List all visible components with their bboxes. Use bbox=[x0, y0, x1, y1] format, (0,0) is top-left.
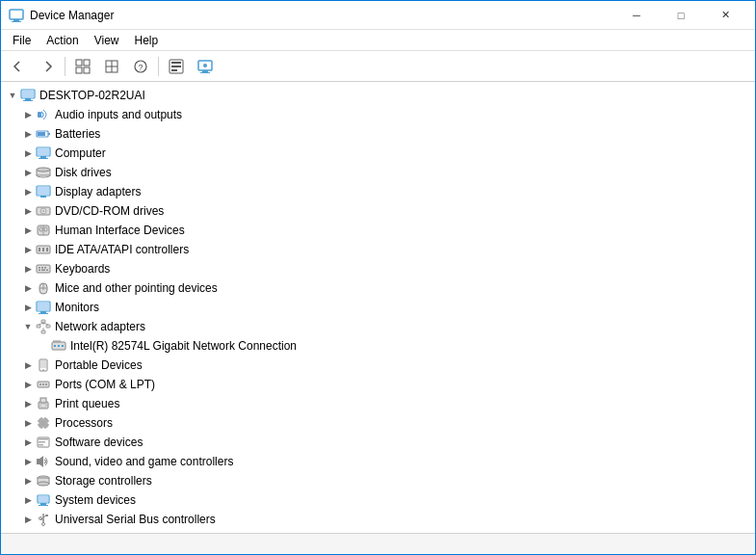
keyboard-expander[interactable]: ▶ bbox=[20, 261, 36, 277]
tree-item-batteries[interactable]: ▶ Batteries bbox=[1, 124, 755, 144]
menu-view[interactable]: View bbox=[87, 32, 127, 49]
svg-line-68 bbox=[39, 323, 43, 325]
svg-rect-115 bbox=[45, 515, 48, 516]
tree-root[interactable]: ▼ DESKTOP-02R2UAI bbox=[1, 86, 755, 105]
device-tree[interactable]: ▼ DESKTOP-02R2UAI ▶ Audio bbox=[1, 82, 755, 533]
desktop-icon bbox=[20, 88, 36, 103]
system-expander[interactable]: ▶ bbox=[20, 492, 36, 508]
dvd-expander[interactable]: ▶ bbox=[20, 203, 36, 219]
tree-item-system[interactable]: ▶ System devices bbox=[1, 490, 755, 510]
ide-expander[interactable]: ▶ bbox=[20, 242, 36, 257]
minimize-button[interactable]: ─ bbox=[614, 1, 659, 30]
network-expander[interactable]: ▼ bbox=[20, 319, 36, 334]
tree-item-hid[interactable]: ▶ Human Interface Devices bbox=[1, 221, 755, 240]
toolbar: ? bbox=[1, 51, 755, 82]
svg-point-117 bbox=[42, 523, 45, 526]
tree-item-keyboard[interactable]: ▶ Keyboards bbox=[1, 259, 755, 278]
svg-point-34 bbox=[37, 168, 50, 172]
close-button[interactable]: ✕ bbox=[703, 1, 747, 30]
menu-bar: File Action View Help bbox=[1, 30, 755, 51]
tree-item-portable[interactable]: ▶ Portable Devices bbox=[1, 356, 755, 375]
root-expander[interactable]: ▼ bbox=[5, 88, 20, 103]
portable-icon bbox=[36, 357, 51, 373]
window-title: Device Manager bbox=[30, 9, 614, 22]
tree-item-usb[interactable]: ▶ Universal Serial Bus controllers bbox=[1, 510, 755, 529]
svg-point-83 bbox=[39, 383, 41, 385]
ports-expander[interactable]: ▶ bbox=[20, 377, 36, 392]
title-bar: Device Manager ─ □ ✕ bbox=[1, 1, 755, 30]
tree-item-software[interactable]: ▶ Software devices bbox=[1, 433, 755, 452]
svg-rect-29 bbox=[40, 156, 46, 158]
disk-expander[interactable]: ▶ bbox=[20, 165, 36, 180]
svg-rect-47 bbox=[42, 248, 44, 251]
tree-item-computer[interactable]: ▶ Computer bbox=[1, 144, 755, 163]
svg-line-69 bbox=[43, 323, 48, 325]
display-icon bbox=[36, 184, 51, 199]
network-label: Network adapters bbox=[55, 320, 145, 333]
svg-rect-54 bbox=[41, 270, 45, 272]
svg-rect-50 bbox=[39, 267, 40, 269]
svg-point-84 bbox=[42, 383, 44, 385]
audio-expander[interactable]: ▶ bbox=[20, 107, 36, 122]
storage-expander[interactable]: ▶ bbox=[20, 473, 36, 489]
forward-button[interactable] bbox=[34, 54, 61, 79]
tree-item-monitors[interactable]: ▶ Monitors bbox=[1, 298, 755, 317]
tree-item-print[interactable]: ▶ Print queues bbox=[1, 394, 755, 413]
tree-item-intel-nic[interactable]: ▶ Intel(R) 82574L Gigabit Network Connec… bbox=[1, 336, 755, 356]
svg-rect-4 bbox=[84, 60, 90, 66]
ports-icon bbox=[36, 377, 51, 392]
print-label: Print queues bbox=[55, 397, 119, 410]
expand-all-button[interactable] bbox=[69, 54, 96, 79]
audio-icon bbox=[36, 107, 51, 122]
maximize-button[interactable]: □ bbox=[659, 1, 703, 30]
menu-file[interactable]: File bbox=[5, 32, 39, 49]
usb-expander[interactable]: ▶ bbox=[20, 512, 36, 527]
battery-icon bbox=[36, 126, 51, 142]
tree-item-network[interactable]: ▼ Network adapters bbox=[1, 317, 755, 336]
svg-rect-6 bbox=[84, 67, 90, 73]
help-button[interactable]: ? bbox=[127, 54, 154, 79]
menu-action[interactable]: Action bbox=[39, 32, 86, 49]
svg-rect-72 bbox=[54, 345, 56, 347]
svg-rect-62 bbox=[38, 303, 49, 310]
tree-item-ports[interactable]: ▶ Ports (COM & LPT) bbox=[1, 375, 755, 394]
tree-item-audio[interactable]: ▶ Audio inputs and outputs bbox=[1, 105, 755, 124]
properties-button[interactable] bbox=[163, 54, 190, 79]
tree-item-disk[interactable]: ▶ Disk drives bbox=[1, 163, 755, 182]
view-button[interactable] bbox=[192, 54, 219, 79]
back-button[interactable] bbox=[5, 54, 32, 79]
tree-item-mice[interactable]: ▶ Mice and other pointing devices bbox=[1, 278, 755, 298]
hid-expander[interactable]: ▶ bbox=[20, 223, 36, 238]
svg-point-81 bbox=[42, 369, 44, 371]
tree-item-ide[interactable]: ▶ IDE ATA/ATAPI controllers bbox=[1, 240, 755, 259]
tree-item-sound[interactable]: ▶ Sound, video and game controllers bbox=[1, 452, 755, 471]
mice-expander[interactable]: ▶ bbox=[20, 280, 36, 296]
tree-item-storage[interactable]: ▶ Storage controllers bbox=[1, 471, 755, 490]
audio-label: Audio inputs and outputs bbox=[55, 108, 182, 121]
svg-rect-5 bbox=[76, 67, 82, 73]
collapse-all-button[interactable] bbox=[98, 54, 125, 79]
tree-item-processors[interactable]: ▶ Processors bbox=[1, 413, 755, 433]
computer-expander[interactable]: ▶ bbox=[20, 145, 36, 161]
disk-icon bbox=[36, 165, 51, 180]
monitor-icon bbox=[36, 300, 51, 315]
svg-rect-1 bbox=[13, 19, 19, 21]
processors-expander[interactable]: ▶ bbox=[20, 415, 36, 431]
mouse-icon bbox=[36, 280, 51, 296]
portable-expander[interactable]: ▶ bbox=[20, 357, 36, 373]
svg-point-19 bbox=[203, 64, 207, 67]
batteries-expander[interactable]: ▶ bbox=[20, 126, 36, 142]
svg-rect-46 bbox=[39, 248, 40, 251]
software-expander[interactable]: ▶ bbox=[20, 435, 36, 450]
print-expander[interactable]: ▶ bbox=[20, 396, 36, 411]
display-expander[interactable]: ▶ bbox=[20, 184, 36, 199]
tree-item-display[interactable]: ▶ Display adapters bbox=[1, 182, 755, 201]
menu-help[interactable]: Help bbox=[127, 32, 167, 49]
svg-rect-18 bbox=[200, 72, 210, 73]
hid-label: Human Interface Devices bbox=[55, 224, 185, 237]
tree-item-dvd[interactable]: ▶ DVD/CD-ROM drives bbox=[1, 201, 755, 221]
print-icon bbox=[36, 396, 51, 411]
sound-expander[interactable]: ▶ bbox=[20, 454, 36, 469]
monitors-expander[interactable]: ▶ bbox=[20, 300, 36, 315]
computer-label: Computer bbox=[55, 146, 106, 160]
